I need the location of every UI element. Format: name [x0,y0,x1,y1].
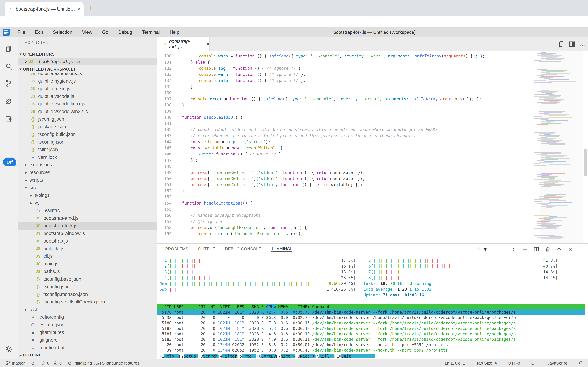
terminal-htop[interactable]: 1[|||||||||||||17.8%]2[||||||||||||16.1%… [157,254,588,359]
file-row[interactable]: ▸extensions [17,161,157,169]
file-row[interactable]: JSbootstrap-window.js [17,230,157,237]
tab-close-icon[interactable]: × [77,6,81,12]
workspace-section[interactable]: ▾ UNTITLED (WORKSPACE) [17,66,157,73]
file-row[interactable]: {}tsconfig.base.json [17,275,157,283]
js-file-icon: JS [160,42,167,46]
process-row[interactable]: 5178 root 20 0 1021M 181M 3328 R 72.7 0.… [157,309,585,315]
maximize-panel-icon[interactable] [556,246,562,252]
status-javascript[interactable]: JavaScript [547,361,567,366]
file-row[interactable]: ▾src [17,184,157,192]
file-row[interactable]: JSpaths.js [17,268,157,275]
git-branch-item[interactable]: master [6,361,25,366]
file-row[interactable]: JSgulpfile.vscode.js [17,93,157,100]
file-row[interactable]: JSgulpfile.hygiene.js [17,77,157,85]
file-row[interactable]: ⬡.eslintrc [17,207,157,215]
file-row[interactable]: ▸typings [17,192,157,199]
menu-terminal[interactable]: Terminal [142,30,160,35]
menu-view[interactable]: View [82,30,92,35]
close-icon[interactable]: × [207,41,209,47]
file-row[interactable]: JSbootstrap.js [17,237,157,245]
file-row[interactable]: {}tsconfig.json [17,283,157,291]
status-ln-1-col-1[interactable]: Ln 1, Col 1 [445,361,465,366]
status-utf-8[interactable]: UTF-8 [508,361,520,366]
json-file-icon: {} [35,277,42,282]
process-row[interactable]: 20 root 20 0 1344M 62052 1952 S 3.3 0.2 … [157,342,585,348]
minimap[interactable] [540,51,583,243]
new-tab-button[interactable]: + [88,4,93,12]
problems-item[interactable]: 0 0 [41,361,62,366]
menu-file[interactable]: File [17,30,25,35]
file-row[interactable]: {}jsconfig.json [17,115,157,123]
panel-tab-output[interactable]: OUTPUT [198,247,215,251]
file-row[interactable]: JSbootstrap-amd.js [17,215,157,222]
process-row[interactable]: 5180 root 20 0 1021M 181M 3328 S 7.3 0.6… [157,320,585,326]
file-row[interactable]: JSbuildfile.js [17,245,157,253]
kill-terminal-icon[interactable] [545,246,551,252]
menu-selection[interactable]: Selection [53,30,72,35]
editor-scrollbar[interactable] [584,149,587,176]
htop-table-header[interactable]: PID USER PRI NI VIRT RES SHR S CPU% MEM%… [157,304,585,310]
panel-tab-problems[interactable]: PROBLEMS [165,247,188,251]
panel-tab-terminal[interactable]: TERMINAL [271,246,292,252]
file-row[interactable]: {}tsconfig.strictNullChecks.json [17,298,157,306]
file-row[interactable]: JSgulpfile.extensions.js [17,73,157,77]
file-row[interactable]: ◆.gitignore [17,336,157,344]
file-row[interactable]: ✻.editorconfig [17,313,157,321]
new-terminal-icon[interactable] [522,246,528,252]
file-row[interactable]: {}tsconfig.json [17,138,157,146]
terminal-select[interactable]: 1: htop ▴▾ [473,245,516,253]
file-row[interactable]: JSgulpfile.vscode.win32.js [17,108,157,116]
file-row[interactable]: ▸resources [17,169,157,176]
menu-help[interactable]: Help [170,30,179,35]
extensions-icon[interactable] [5,115,13,123]
menu-debug[interactable]: Debug [118,30,132,35]
close-icon[interactable]: × [25,59,28,64]
status-lf[interactable]: LF [531,361,536,366]
status-tab-size-4[interactable]: Tab Size: 4 [476,361,497,366]
split-terminal-icon[interactable] [533,246,539,252]
file-row[interactable]: {}tsconfig.build.json [17,131,157,138]
debug-disabled-icon[interactable] [5,97,13,105]
file-row[interactable]: JSmain.js [17,260,157,268]
file-row[interactable]: {}tslint.json [17,146,157,154]
off-toggle-badge[interactable]: Off [2,158,17,167]
browser-tab[interactable]: bootstrap-fork.js — Untitled (W × [5,2,84,16]
more-actions-icon[interactable]: … [579,40,587,48]
file-row[interactable]: ▸vs [17,199,157,207]
file-row[interactable]: ◆.gitattributes [17,329,157,336]
panel-tab-debug-console[interactable]: DEBUG CONSOLE [225,247,261,251]
explorer-icon[interactable] [5,45,13,53]
file-row[interactable]: ●yarn.lock [17,154,157,161]
file-row[interactable]: JSgulpfile.mixin.js [17,85,157,93]
file-row[interactable]: JSbootstrap-fork.js [17,222,157,230]
open-editors-section[interactable]: ▾ OPEN EDITORS [17,50,157,58]
source-control-icon[interactable] [5,79,13,87]
process-row[interactable]: 5181 root 20 0 1021M 181M 3328 S 4.6 0.6… [157,331,585,337]
outline-section[interactable]: ▸ OUTLINE [17,351,157,359]
file-row[interactable]: ≡.mention-bot [17,344,157,351]
close-panel-icon[interactable] [567,246,574,252]
file-row[interactable]: {}tsconfig.monaco.json [17,291,157,298]
process-row[interactable]: 5233 root 20 0 0 0 0 Z 36.3 0.0 0:02.79 … [157,315,585,321]
file-row[interactable]: JScli.js [17,252,157,260]
process-row[interactable]: 39 root 20 0 1344M 62052 1952 S 0.0 0.2 … [157,347,585,353]
menu-go[interactable]: Go [102,30,108,35]
sync-icon[interactable] [31,361,35,366]
file-row[interactable]: ⬡.eslintrc.json [17,321,157,329]
open-editor-item[interactable]: × JS bootstrap-fork.js src [17,58,157,66]
process-row[interactable]: 5183 root 20 0 1021M 181M 3328 S 4.0 0.6… [157,336,585,342]
menu-edit[interactable]: Edit [35,30,43,35]
file-row[interactable]: ▸test [17,306,157,314]
file-row[interactable]: {}package.json [17,123,157,131]
process-row[interactable]: 5182 root 20 0 1021M 181M 3328 R 5.3 0.6… [157,326,585,332]
editor-tab-active[interactable]: JS bootstrap-fork.js × [157,37,209,51]
toggle-diff-icon[interactable] [557,40,564,48]
split-editor-icon[interactable] [568,40,576,48]
code-editor[interactable]: 130console.warn = function () { safeSend… [157,51,588,243]
settings-gear-icon[interactable] [5,345,13,353]
notifications-bell-icon[interactable] [578,361,583,366]
file-row[interactable]: JSgulpfile.vscode.linux.js [17,100,157,108]
htop-fnkey-bar[interactable]: F1Help F2Setup F3SearchF4FilterF5Tree F6… [159,353,375,359]
search-icon[interactable] [5,62,13,70]
file-row[interactable]: ▸scripts [17,176,157,184]
